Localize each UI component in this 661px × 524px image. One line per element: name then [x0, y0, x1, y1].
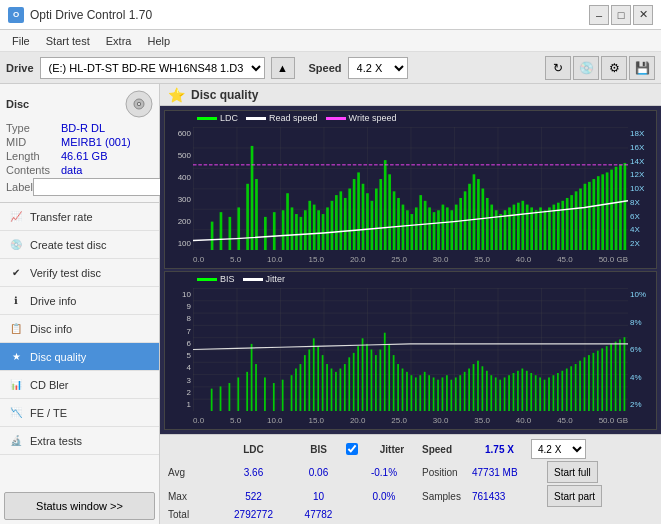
- length-value: 46.61 GB: [61, 150, 153, 162]
- svg-rect-63: [499, 214, 502, 250]
- menu-start-test[interactable]: Start test: [38, 33, 98, 49]
- menu-extra[interactable]: Extra: [98, 33, 140, 49]
- svg-rect-163: [557, 373, 559, 411]
- svg-rect-177: [619, 339, 621, 411]
- svg-rect-131: [415, 377, 417, 411]
- titlebar-title: Opti Drive Control 1.70: [30, 8, 152, 22]
- jitter-checkbox[interactable]: [346, 443, 358, 455]
- chart2-x-axis: 0.0 5.0 10.0 15.0 20.0 25.0 30.0 35.0 40…: [193, 411, 628, 429]
- stats-jitter-check[interactable]: [346, 443, 362, 455]
- stats-total-row: Total 2792772 47782: [168, 509, 653, 520]
- verify-test-disc-icon: ✔: [8, 265, 24, 281]
- svg-rect-120: [366, 344, 368, 411]
- nav-cd-bler[interactable]: 📊 CD Bler: [0, 371, 159, 399]
- eject-button[interactable]: ▲: [271, 57, 295, 79]
- disc-icon-btn[interactable]: 💿: [573, 56, 599, 80]
- svg-rect-121: [371, 350, 373, 412]
- stats-speed-select[interactable]: 4.2 X: [531, 439, 586, 459]
- mid-row: MID MEIRB1 (001): [6, 136, 153, 148]
- svg-rect-146: [482, 366, 484, 411]
- svg-rect-105: [300, 364, 302, 411]
- nav-disc-info[interactable]: 📋 Disc info: [0, 315, 159, 343]
- svg-rect-22: [317, 210, 320, 250]
- svg-rect-128: [402, 369, 404, 411]
- menu-help[interactable]: Help: [139, 33, 178, 49]
- svg-rect-174: [606, 346, 608, 411]
- label-input[interactable]: [33, 178, 166, 196]
- svg-rect-160: [544, 380, 546, 411]
- nav-disc-quality[interactable]: ★ Disc quality: [0, 343, 159, 371]
- svg-rect-101: [273, 383, 275, 411]
- svg-rect-119: [362, 338, 364, 411]
- start-part-button[interactable]: Start part: [547, 485, 602, 507]
- svg-rect-94: [220, 386, 222, 411]
- type-value: BD-R DL: [61, 122, 153, 134]
- svg-rect-56: [468, 184, 471, 250]
- svg-rect-7: [229, 217, 232, 250]
- svg-rect-43: [411, 214, 414, 250]
- svg-rect-32: [362, 184, 365, 250]
- svg-rect-104: [295, 369, 297, 411]
- svg-rect-165: [566, 369, 568, 411]
- label-field-label: Label: [6, 181, 33, 193]
- svg-rect-71: [535, 210, 538, 250]
- nav-create-test-disc[interactable]: 💿 Create test disc: [0, 231, 159, 259]
- speed-select[interactable]: 4.2 X: [348, 57, 408, 79]
- svg-rect-133: [424, 372, 426, 411]
- svg-rect-57: [473, 174, 476, 250]
- start-full-button[interactable]: Start full: [547, 461, 598, 483]
- svg-rect-142: [464, 372, 466, 411]
- svg-rect-10: [251, 146, 254, 250]
- status-window-button[interactable]: Status window >>: [4, 492, 155, 520]
- nav-fe-te[interactable]: 📉 FE / TE: [0, 399, 159, 427]
- nav-verify-test-disc[interactable]: ✔ Verify test disc: [0, 259, 159, 287]
- drive-select[interactable]: (E:) HL-DT-ST BD-RE WH16NS48 1.D3: [40, 57, 265, 79]
- svg-rect-12: [264, 217, 267, 250]
- chart1-y-left: 600 500 400 300 200 100: [165, 127, 193, 250]
- chart1-svg: [193, 127, 628, 250]
- minimize-button[interactable]: –: [589, 5, 609, 25]
- svg-rect-42: [406, 210, 409, 250]
- svg-rect-37: [384, 160, 387, 250]
- drive-info-icon: ℹ: [8, 293, 24, 309]
- svg-rect-175: [610, 344, 612, 411]
- svg-rect-111: [326, 364, 328, 411]
- mid-label: MID: [6, 136, 61, 148]
- maximize-button[interactable]: □: [611, 5, 631, 25]
- bis-legend-item: BIS: [197, 274, 235, 284]
- svg-rect-140: [455, 377, 457, 411]
- svg-rect-68: [521, 201, 524, 250]
- svg-rect-123: [379, 350, 381, 412]
- svg-rect-19: [304, 210, 307, 250]
- stats-bis-header: BIS: [291, 444, 346, 455]
- svg-rect-125: [388, 344, 390, 411]
- settings-button[interactable]: ⚙: [601, 56, 627, 80]
- nav-transfer-rate[interactable]: 📈 Transfer rate: [0, 203, 159, 231]
- content-header: ⭐ Disc quality: [160, 84, 661, 106]
- svg-rect-15: [286, 193, 289, 250]
- menu-file[interactable]: File: [4, 33, 38, 49]
- svg-rect-107: [308, 350, 310, 412]
- avg-jitter: -0.1%: [346, 467, 422, 478]
- svg-rect-27: [339, 191, 342, 250]
- nav-extra-tests[interactable]: 🔬 Extra tests: [0, 427, 159, 455]
- svg-rect-97: [246, 372, 248, 411]
- svg-rect-83: [588, 182, 591, 250]
- svg-rect-110: [322, 355, 324, 411]
- svg-rect-99: [255, 364, 257, 411]
- svg-rect-54: [459, 198, 462, 250]
- svg-rect-113: [335, 372, 337, 411]
- samples-label: Samples: [422, 491, 472, 502]
- contents-value: data: [61, 164, 153, 176]
- svg-rect-14: [282, 210, 285, 250]
- stats-jitter-header: Jitter: [362, 444, 422, 455]
- samples-value: 761433: [472, 491, 547, 502]
- close-button[interactable]: ✕: [633, 5, 653, 25]
- svg-rect-118: [357, 346, 359, 411]
- svg-point-3: [138, 103, 140, 105]
- save-button[interactable]: 💾: [629, 56, 655, 80]
- refresh-button[interactable]: ↻: [545, 56, 571, 80]
- svg-rect-102: [282, 380, 284, 411]
- svg-rect-51: [446, 207, 449, 250]
- nav-drive-info[interactable]: ℹ Drive info: [0, 287, 159, 315]
